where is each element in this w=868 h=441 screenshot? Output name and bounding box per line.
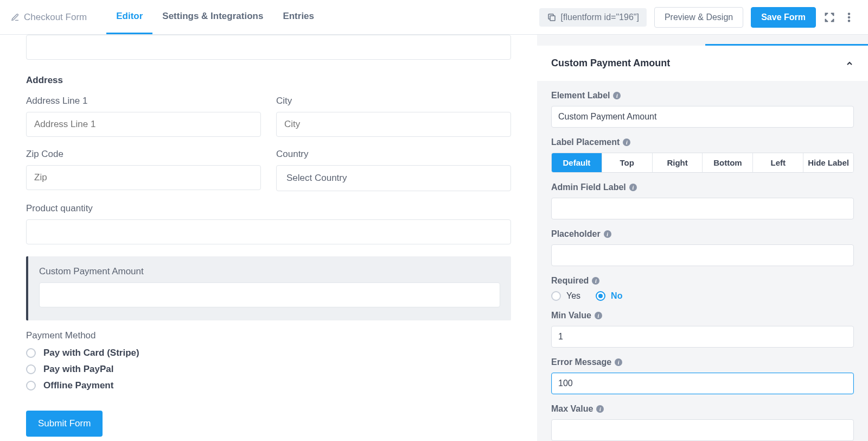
min-value-label: Min Valuei <box>551 311 854 320</box>
error-message-input[interactable] <box>551 373 854 394</box>
address-section-title: Address <box>26 75 511 86</box>
panel-header-custom-payment[interactable]: Custom Payment Amount <box>537 46 868 81</box>
address-line-1-input[interactable] <box>26 112 261 137</box>
selected-element-custom-payment[interactable]: Custom Payment Amount <box>26 256 511 320</box>
info-icon[interactable]: i <box>604 230 611 238</box>
tab-settings[interactable]: Settings & Integrations <box>152 0 273 34</box>
custom-payment-input[interactable] <box>39 282 500 307</box>
shortcode-text: [fluentform id="196"] <box>561 12 639 22</box>
pencil-icon <box>11 13 20 22</box>
custom-payment-label: Custom Payment Amount <box>39 266 500 277</box>
panel-title: Custom Payment Amount <box>551 58 670 69</box>
copy-icon <box>547 12 557 22</box>
required-yes[interactable]: Yes <box>551 291 580 301</box>
payment-option-offline[interactable]: Offline Payment <box>26 380 511 391</box>
admin-field-label-input[interactable] <box>551 198 854 219</box>
zip-code-label: Zip Code <box>26 149 261 160</box>
required-label: Requiredi <box>551 276 854 286</box>
country-label: Country <box>276 149 511 160</box>
fullscreen-icon[interactable] <box>824 11 835 23</box>
save-form-button[interactable]: Save Form <box>751 7 816 28</box>
info-icon[interactable]: i <box>623 138 630 146</box>
country-select[interactable]: Select Country <box>276 165 511 191</box>
product-quantity-input[interactable] <box>26 219 511 244</box>
radio-icon <box>26 364 36 374</box>
preview-design-button[interactable]: Preview & Design <box>654 7 743 28</box>
form-title[interactable]: Checkout Form <box>7 12 91 23</box>
payment-option-paypal[interactable]: Pay with PayPal <box>26 364 511 375</box>
payment-option-paypal-label: Pay with PayPal <box>43 364 113 375</box>
radio-icon <box>551 291 561 301</box>
info-icon[interactable]: i <box>592 277 599 285</box>
payment-option-stripe[interactable]: Pay with Card (Stripe) <box>26 348 511 358</box>
radio-icon <box>26 381 36 390</box>
label-placement-label: Label Placementi <box>551 137 854 147</box>
payment-option-offline-label: Offline Payment <box>43 380 113 391</box>
address-line-1-label: Address Line 1 <box>26 96 261 106</box>
label-placement-left[interactable]: Left <box>753 153 803 172</box>
label-placement-segmented: Default Top Right Bottom Left Hide Label <box>551 153 854 173</box>
max-value-label: Max Valuei <box>551 404 854 414</box>
label-placement-right[interactable]: Right <box>653 153 703 172</box>
main-tabs: Editor Settings & Integrations Entries <box>106 0 324 34</box>
required-no[interactable]: No <box>596 291 622 301</box>
chevron-up-icon <box>845 59 854 68</box>
placeholder-input[interactable] <box>551 244 854 266</box>
svg-rect-0 <box>550 16 555 21</box>
svg-point-3 <box>848 20 850 22</box>
form-title-text: Checkout Form <box>24 12 87 23</box>
sidebar-tab-indicator <box>537 35 868 46</box>
payment-method-label: Payment Method <box>26 330 511 341</box>
element-label-input[interactable] <box>551 106 854 128</box>
min-value-input[interactable] <box>551 326 854 348</box>
svg-point-1 <box>848 12 850 15</box>
label-placement-top[interactable]: Top <box>602 153 653 172</box>
more-vertical-icon[interactable] <box>843 11 855 23</box>
submit-form-button[interactable]: Submit Form <box>26 411 103 437</box>
unlabeled-input[interactable] <box>26 35 511 60</box>
tab-entries[interactable]: Entries <box>273 0 324 34</box>
info-icon[interactable]: i <box>615 358 622 366</box>
radio-icon <box>26 348 36 358</box>
label-placement-bottom[interactable]: Bottom <box>703 153 753 172</box>
label-placement-default[interactable]: Default <box>552 153 602 172</box>
city-input[interactable] <box>276 112 511 137</box>
shortcode-badge[interactable]: [fluentform id="196"] <box>539 8 647 27</box>
info-icon[interactable]: i <box>629 184 637 191</box>
zip-code-input[interactable] <box>26 165 261 190</box>
info-icon[interactable]: i <box>613 92 621 99</box>
label-placement-hide[interactable]: Hide Label <box>803 153 853 172</box>
error-message-label: Error Messagei <box>551 357 854 367</box>
admin-field-label-label: Admin Field Labeli <box>551 182 854 192</box>
svg-point-2 <box>848 16 850 18</box>
payment-option-stripe-label: Pay with Card (Stripe) <box>43 348 139 358</box>
max-value-input[interactable] <box>551 419 854 441</box>
info-icon[interactable]: i <box>595 312 602 319</box>
product-quantity-label: Product quantity <box>26 203 511 214</box>
placeholder-label: Placeholderi <box>551 229 854 239</box>
options-sidebar: Custom Payment Amount Element Labeli Lab… <box>537 35 868 441</box>
info-icon[interactable]: i <box>596 405 604 413</box>
city-label: City <box>276 96 511 106</box>
form-editor-pane: Address Address Line 1 City Zip Code Cou… <box>0 35 537 441</box>
element-label-label: Element Labeli <box>551 91 854 100</box>
tab-editor[interactable]: Editor <box>106 0 152 34</box>
radio-icon <box>596 291 605 301</box>
